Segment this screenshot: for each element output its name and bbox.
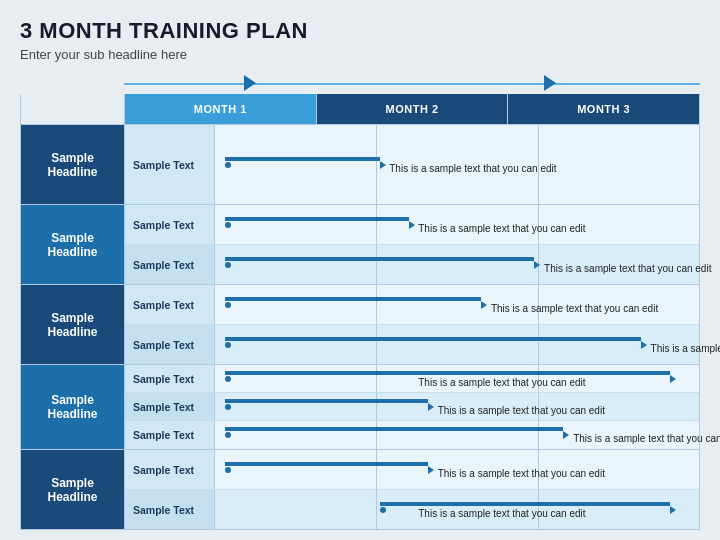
task-description: This is a sample text that you can edit: [418, 377, 585, 388]
gantt-bar: [225, 371, 670, 375]
bar-start-dot: [225, 404, 231, 410]
group-header-2: Sample Headline: [21, 285, 125, 364]
gantt-bar: [225, 337, 641, 341]
gantt-bar: [225, 217, 409, 221]
month1-header: MONTH 1: [125, 94, 317, 124]
task-description: This is a sample text that you can edit: [491, 303, 658, 314]
task-bar-area: This is a sample text that you can edit: [215, 450, 699, 489]
task-label: Sample Text: [125, 450, 215, 489]
task-row: Sample TextThis is a sample text that yo…: [125, 450, 699, 490]
bar-start-dot: [380, 507, 386, 513]
timeline-arrow-right: [544, 75, 556, 91]
bar-end-arrow: [481, 301, 487, 309]
col-divider-1: [376, 205, 377, 244]
group-row-3: Sample HeadlineSample TextThis is a samp…: [21, 364, 699, 449]
task-row: Sample TextThis is a sample text that yo…: [125, 285, 699, 325]
group-inner-3: Sample TextThis is a sample text that yo…: [125, 365, 699, 449]
group-inner-2: Sample TextThis is a sample text that yo…: [125, 285, 699, 364]
task-description: This is a sample text that you can edit: [389, 163, 556, 174]
bar-end-arrow: [380, 161, 386, 169]
bar-start-dot: [225, 162, 231, 168]
bar-start-dot: [225, 467, 231, 473]
page: 3 MONTH TRAINING PLAN Enter your sub hea…: [0, 0, 720, 540]
sub-headline: Enter your sub headline here: [20, 47, 700, 62]
task-label: Sample Text: [125, 125, 215, 204]
bar-start-dot: [225, 376, 231, 382]
gantt-bar: [225, 297, 482, 301]
group-row-1: Sample HeadlineSample TextThis is a samp…: [21, 204, 699, 284]
bar-start-dot: [225, 222, 231, 228]
col-divider-1: [376, 490, 377, 529]
task-description: This is a sample text that you can edit: [573, 433, 720, 444]
bar-start-dot: [225, 432, 231, 438]
task-row: Sample TextThis is a sample text that yo…: [125, 365, 699, 393]
gantt-table: MONTH 1 MONTH 2 MONTH 3 Sample HeadlineS…: [20, 94, 700, 530]
task-bar-area: This is a sample text that you can edit: [215, 393, 699, 420]
gantt-bar: [225, 462, 428, 466]
col-divider-1: [376, 365, 377, 392]
task-label: Sample Text: [125, 365, 215, 392]
bar-end-arrow: [534, 261, 540, 269]
task-bar-area: This is a sample text that you can edit: [215, 245, 699, 284]
bar-start-dot: [225, 262, 231, 268]
group-header-3: Sample Headline: [21, 365, 125, 449]
task-row: Sample TextThis is a sample text that yo…: [125, 245, 699, 284]
group-row-4: Sample HeadlineSample TextThis is a samp…: [21, 449, 699, 529]
page-title: 3 MONTH TRAINING PLAN: [20, 18, 700, 44]
task-label: Sample Text: [125, 393, 215, 420]
gantt-bar: [225, 257, 535, 261]
group-inner-1: Sample TextThis is a sample text that yo…: [125, 205, 699, 284]
task-row: Sample TextThis is a sample text that yo…: [125, 205, 699, 245]
task-label: Sample Text: [125, 421, 215, 449]
task-label: Sample Text: [125, 285, 215, 324]
task-description: This is a sample text that you can edit: [438, 468, 605, 479]
bar-end-arrow: [428, 403, 434, 411]
task-row: Sample TextThis is a sample text that yo…: [125, 125, 699, 204]
gantt-bar: [225, 399, 428, 403]
group-inner-0: Sample TextThis is a sample text that yo…: [125, 125, 699, 204]
col-divider-2: [538, 325, 539, 364]
task-row: Sample TextThis is a sample text that yo…: [125, 393, 699, 421]
task-bar-area: This is a sample text that you can edit: [215, 365, 699, 392]
timeline-bar: [124, 72, 700, 94]
task-description: This is a sample text that you can edit: [651, 343, 720, 354]
group-header-4: Sample Headline: [21, 450, 125, 529]
group-header-1: Sample Headline: [21, 205, 125, 284]
task-label: Sample Text: [125, 245, 215, 284]
col-divider-2: [538, 421, 539, 449]
col-divider-1: [376, 450, 377, 489]
gantt-bar: [225, 427, 564, 431]
group-inner-4: Sample TextThis is a sample text that yo…: [125, 450, 699, 529]
col-divider-1: [376, 285, 377, 324]
col-divider-1: [376, 325, 377, 364]
bar-end-arrow: [428, 466, 434, 474]
col-divider-1: [376, 125, 377, 204]
header-row: MONTH 1 MONTH 2 MONTH 3: [21, 94, 699, 124]
task-label: Sample Text: [125, 205, 215, 244]
data-rows: Sample HeadlineSample TextThis is a samp…: [21, 124, 699, 529]
month3-header: MONTH 3: [508, 94, 699, 124]
task-description: This is a sample text that you can edit: [544, 263, 711, 274]
task-description: This is a sample text that you can edit: [438, 405, 605, 416]
col-divider-1: [376, 393, 377, 420]
task-bar-area: This is a sample text that you can edit: [215, 205, 699, 244]
bar-end-arrow: [409, 221, 415, 229]
bar-start-dot: [225, 302, 231, 308]
bar-start-dot: [225, 342, 231, 348]
task-description: This is a sample text that you can edit: [418, 508, 585, 519]
task-row: Sample TextThis is a sample text that yo…: [125, 421, 699, 449]
task-row: Sample TextThis is a sample text that yo…: [125, 325, 699, 364]
timeline-line: [124, 83, 700, 85]
month2-header: MONTH 2: [317, 94, 509, 124]
task-bar-area: This is a sample text that you can edit: [215, 325, 699, 364]
bar-end-arrow: [670, 506, 676, 514]
col-divider-1: [376, 245, 377, 284]
gantt-bar: [380, 502, 670, 506]
task-bar-area: This is a sample text that you can edit: [215, 125, 699, 204]
group-row-0: Sample HeadlineSample TextThis is a samp…: [21, 124, 699, 204]
task-label: Sample Text: [125, 325, 215, 364]
task-label: Sample Text: [125, 490, 215, 529]
task-bar-area: This is a sample text that you can edit: [215, 421, 699, 449]
group-header-0: Sample Headline: [21, 125, 125, 204]
task-bar-area: This is a sample text that you can edit: [215, 490, 699, 529]
